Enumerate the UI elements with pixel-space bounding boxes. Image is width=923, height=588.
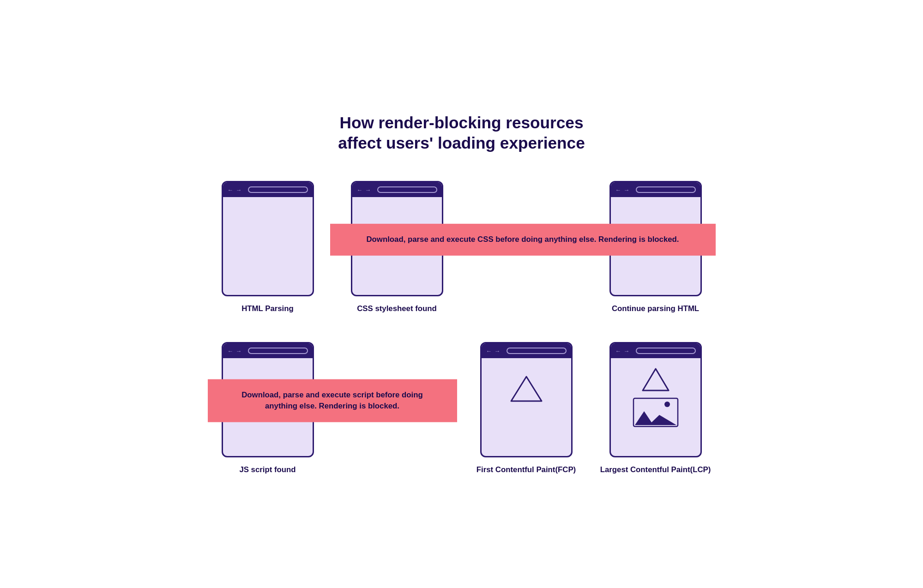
browser-window-r2-1: ← →: [222, 342, 314, 457]
titlebar-2: ← →: [352, 182, 442, 197]
address-bar-2: [377, 186, 437, 193]
label-continue: Continue parsing HTML: [612, 304, 699, 314]
titlebar-lcp: ← →: [611, 343, 700, 358]
address-bar-r2-1: [248, 348, 308, 354]
browser-item-fcp: ← → First Contentful Paint(FCP): [471, 342, 582, 475]
browser-window-fcp: ← →: [480, 342, 573, 457]
browser-window-lcp: ← →: [609, 342, 702, 457]
content-lcp: [611, 358, 700, 456]
image-placeholder-lcp: [633, 397, 679, 427]
nav-arrows-lcp: ← →: [615, 348, 630, 354]
address-bar-4: [636, 186, 696, 193]
address-bar-lcp: [636, 348, 696, 354]
row2: ← → JS script found ← →: [208, 342, 716, 475]
nav-arrows-fcp: ← →: [486, 348, 501, 354]
browser-window-4: ← →: [609, 181, 702, 296]
row1: ← → HTML Parsing ← → CSS stylesheet foun…: [208, 181, 716, 314]
content-1: [223, 197, 313, 295]
content-fcp: [482, 358, 571, 456]
browser-item-js: ← → JS script found: [212, 342, 323, 475]
svg-marker-1: [643, 369, 669, 390]
label-js: JS script found: [239, 465, 296, 475]
titlebar-1: ← →: [223, 182, 313, 197]
svg-point-3: [664, 402, 670, 407]
label-lcp: Largest Contentful Paint(LCP): [600, 465, 711, 475]
page-container: How render-blocking resources affect use…: [208, 113, 716, 475]
page-title: How render-blocking resources affect use…: [208, 113, 716, 153]
nav-arrows-4: ← →: [615, 186, 630, 193]
browser-window-1: ← →: [222, 181, 314, 296]
address-bar-1: [248, 186, 308, 193]
nav-arrows-1: ← →: [228, 186, 242, 193]
browser-window-2: ← →: [351, 181, 443, 296]
titlebar-4: ← →: [611, 182, 700, 197]
nav-arrows-2: ← →: [357, 186, 372, 193]
titlebar-r2-1: ← →: [223, 343, 313, 358]
triangle-icon-lcp: [642, 367, 670, 391]
titlebar-fcp: ← →: [482, 343, 571, 358]
label-fcp: First Contentful Paint(FCP): [477, 465, 576, 475]
diagram-rows: ← → HTML Parsing ← → CSS stylesheet foun…: [208, 181, 716, 475]
browser-item-continue: ← → Continue parsing HTML: [600, 181, 711, 314]
address-bar-fcp: [507, 348, 567, 354]
browser-item-css: ← → CSS stylesheet found: [342, 181, 452, 314]
svg-marker-0: [511, 377, 542, 401]
triangle-icon-fcp: [510, 374, 543, 402]
content-2: [352, 197, 442, 295]
content-r2-1: [223, 358, 313, 456]
browser-item-html-parsing: ← → HTML Parsing: [212, 181, 323, 314]
nav-arrows-r2-1: ← →: [228, 348, 242, 354]
browser-item-lcp: ← →: [600, 342, 711, 475]
content-4: [611, 197, 700, 295]
label-html-parsing: HTML Parsing: [241, 304, 294, 314]
label-css: CSS stylesheet found: [357, 304, 437, 314]
